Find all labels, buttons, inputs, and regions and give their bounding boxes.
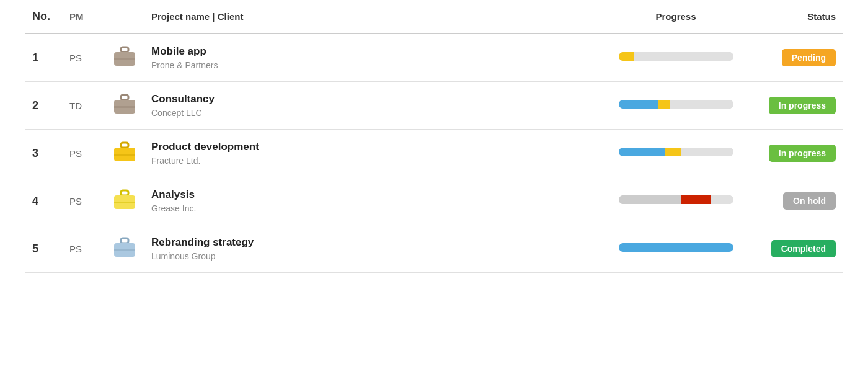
project-name: Mobile app (151, 45, 600, 58)
header-icon-spacer (105, 0, 144, 33)
svg-rect-8 (114, 154, 135, 156)
client-name: Concept LLC (151, 108, 600, 118)
progress-bar (619, 243, 733, 252)
project-name: Rebranding strategy (151, 236, 600, 249)
row-status: In progress (744, 82, 843, 130)
briefcase-icon (113, 237, 136, 258)
progress-segment (681, 195, 710, 204)
row-project-info: Rebranding strategy Luminous Group (144, 225, 608, 273)
progress-bar (619, 52, 733, 61)
progress-segment (619, 243, 733, 252)
row-number: 3 (25, 130, 62, 177)
status-badge: In progress (769, 145, 836, 162)
row-project-info: Consultancy Concept LLC (144, 82, 608, 130)
row-project-info: Mobile app Prone & Partners (144, 33, 608, 82)
row-progress (608, 177, 744, 225)
row-number: 5 (25, 225, 62, 273)
table-row: 5PS Rebranding strategy Luminous Group C… (25, 225, 843, 273)
svg-rect-6 (121, 143, 128, 148)
progress-bar (619, 148, 733, 156)
row-progress (608, 225, 744, 273)
project-name: Consultancy (151, 93, 600, 105)
svg-rect-3 (121, 95, 128, 100)
progress-segment (634, 52, 733, 61)
svg-rect-14 (114, 249, 135, 251)
progress-segment (681, 148, 733, 156)
project-name: Product development (151, 141, 600, 153)
project-name: Analysis (151, 189, 600, 201)
progress-segment (665, 148, 682, 156)
client-name: Luminous Group (151, 251, 600, 261)
client-name: Grease Inc. (151, 203, 600, 213)
row-status: In progress (744, 130, 843, 177)
svg-rect-11 (114, 202, 135, 203)
row-progress (608, 82, 744, 130)
row-status: On hold (744, 177, 843, 225)
header-no: No. (25, 0, 62, 33)
table-row: 1PS Mobile app Prone & Partners Pending (25, 33, 843, 82)
header-project-client: Project name | Client (144, 0, 608, 33)
row-pm: PS (62, 225, 105, 273)
svg-rect-0 (121, 47, 128, 52)
header-pm: PM (62, 0, 105, 33)
progress-bar (619, 195, 733, 204)
status-badge: Pending (782, 49, 836, 66)
row-project-info: Product development Fracture Ltd. (144, 130, 608, 177)
progress-segment (619, 52, 634, 61)
svg-rect-12 (121, 238, 128, 243)
row-icon (105, 225, 144, 273)
row-project-info: Analysis Grease Inc. (144, 177, 608, 225)
briefcase-icon (113, 94, 136, 115)
row-icon (105, 33, 144, 82)
status-badge: In progress (769, 97, 836, 114)
header-status: Status (744, 0, 843, 33)
client-name: Prone & Partners (151, 60, 600, 70)
status-badge: On hold (783, 192, 836, 210)
table-row: 2TD Consultancy Concept LLC In progress (25, 82, 843, 130)
main-table-container: No. PM Project name | Client Progress St… (0, 0, 868, 273)
row-number: 2 (25, 82, 62, 130)
client-name: Fracture Ltd. (151, 156, 600, 166)
row-progress (608, 33, 744, 82)
row-pm: PS (62, 130, 105, 177)
svg-rect-5 (114, 106, 135, 108)
svg-rect-9 (121, 190, 128, 195)
progress-segment (619, 100, 659, 109)
briefcase-icon (113, 46, 136, 67)
row-progress (608, 130, 744, 177)
status-badge: Completed (771, 240, 836, 257)
progress-segment (619, 148, 665, 156)
row-icon (105, 177, 144, 225)
svg-rect-2 (114, 58, 135, 60)
table-row: 3PS Product development Fracture Ltd. In… (25, 130, 843, 177)
progress-segment (619, 195, 682, 204)
row-number: 4 (25, 177, 62, 225)
projects-table: No. PM Project name | Client Progress St… (25, 0, 843, 273)
progress-segment (670, 100, 733, 109)
row-status: Completed (744, 225, 843, 273)
row-pm: PS (62, 177, 105, 225)
row-pm: PS (62, 33, 105, 82)
header-progress: Progress (608, 0, 744, 33)
row-number: 1 (25, 33, 62, 82)
briefcase-icon (113, 141, 136, 163)
progress-bar (619, 100, 733, 109)
table-row: 4PS Analysis Grease Inc. On hold (25, 177, 843, 225)
progress-segment (658, 100, 670, 109)
row-pm: TD (62, 82, 105, 130)
row-icon (105, 82, 144, 130)
row-icon (105, 130, 144, 177)
progress-segment (711, 195, 733, 204)
table-header-row: No. PM Project name | Client Progress St… (25, 0, 843, 33)
briefcase-icon (113, 189, 136, 210)
row-status: Pending (744, 33, 843, 82)
